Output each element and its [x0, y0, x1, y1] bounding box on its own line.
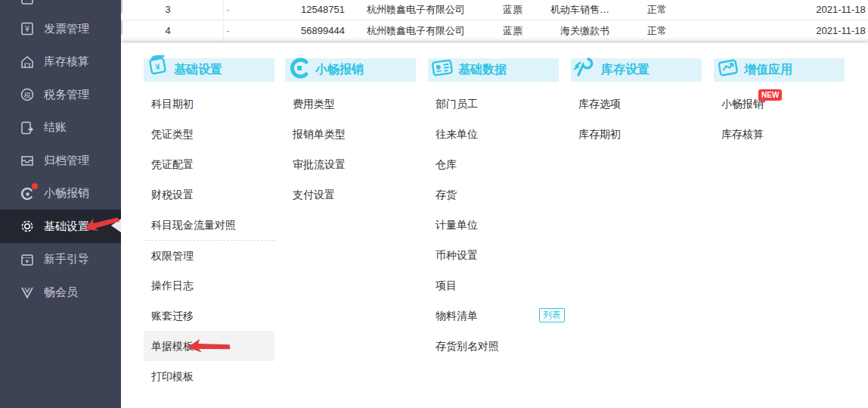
sidebar-item-label: 归档管理	[44, 154, 89, 168]
clipped-icon	[20, 0, 35, 6]
cell-category: 机动车销售…	[544, 0, 609, 20]
notification-dot	[32, 183, 38, 189]
sidebar-item-beginner-guide[interactable]: 新手引导	[0, 243, 121, 276]
sidebar-item-label: 新手引导	[44, 252, 89, 266]
row-checkbox[interactable]	[121, 0, 122, 14]
closing-icon	[20, 120, 35, 135]
menu-column-title: 增值应用	[744, 62, 792, 78]
menu-item-bom[interactable]: 物料清单 列表	[428, 301, 559, 331]
new-badge: NEW	[758, 89, 782, 101]
app-window: ¥ 发票管理 库存核算 税 税务管理 结账 归档管理	[0, 0, 868, 408]
menu-item-list: 费用类型 报销单类型 审批流设置 支付设置	[285, 89, 416, 210]
sidebar-item-closing[interactable]: 结账	[0, 111, 121, 145]
menu-column-header: 增值应用	[714, 58, 845, 82]
cell-ticket-type: 蓝票	[498, 21, 528, 41]
reimburse-icon	[20, 186, 35, 201]
row-checkbox[interactable]	[121, 20, 122, 35]
menu-item-list: 部门员工 往来单位 仓库 存货 计量单位 币种设置 项目 物料清单 列表 存货别…	[428, 89, 559, 361]
sidebar-item-label: 库存核算	[44, 55, 89, 69]
archive-icon	[20, 153, 35, 168]
menu-item-reimburse-form-type[interactable]: 报销单类型	[285, 119, 416, 149]
menu-item-list: 科目期初 凭证类型 凭证配置 财税设置 科目现金流量对照 权限管理 操作日志 账…	[144, 89, 274, 391]
sidebar-item-xiaochang-reimburse[interactable]: 小畅报销	[0, 177, 121, 210]
menu-item-goods-alias-mapping[interactable]: 存货别名对照	[428, 331, 559, 361]
menu-item-permission-mgmt[interactable]: 权限管理	[144, 240, 274, 270]
table-row[interactable]: 4 - 56899444 杭州赣鑫电子有限公司 蓝票 海关缴款书 正常 2021…	[121, 21, 868, 42]
sidebar-item-label: 畅会员	[44, 285, 78, 300]
invoice-icon: ¥	[20, 21, 35, 36]
cell-status: 正常	[644, 0, 670, 20]
menu-item-inventory-accounting-app[interactable]: 库存核算	[714, 119, 845, 149]
invoice-table: 3 - 12548751 杭州赣鑫电子有限公司 蓝票 机动车销售… 正常 202…	[121, 0, 868, 43]
cell-date: 2021-11-18	[811, 21, 868, 41]
menu-item-inventory-goods[interactable]: 存货	[428, 179, 559, 210]
c-logo-icon	[287, 55, 312, 81]
sidebar-item-label: 小畅报销	[44, 186, 89, 201]
cell-dash: -	[226, 0, 234, 20]
sidebar-item-label: 基础设置	[44, 220, 89, 234]
menu-column-title: 库存设置	[601, 62, 649, 78]
menu-item-account-migration[interactable]: 账套迁移	[144, 301, 274, 331]
menu-item-approval-flow[interactable]: 审批流设置	[285, 149, 416, 179]
menu-item-project[interactable]: 项目	[428, 270, 559, 301]
id-card-icon	[429, 55, 455, 81]
menu-item-xiaochang-reimburse-app[interactable]: 小畅报销 NEW	[714, 89, 845, 119]
sidebar-item-label: 税务管理	[44, 88, 89, 102]
menu-item-inventory-opening[interactable]: 库存期初	[571, 119, 702, 149]
cell-status: 正常	[644, 21, 670, 41]
menu-item-operation-log[interactable]: 操作日志	[144, 270, 274, 301]
cell-date: 2021-11-18	[811, 0, 868, 20]
menu-item-business-partners[interactable]: 往来单位	[428, 119, 559, 149]
settings-mega-menu: ¥ 基础设置 科目期初 凭证类型 凭证配置 财税设置 科目现金流量对照 权限管理…	[121, 43, 868, 408]
tax-icon: 税	[20, 87, 35, 102]
menu-item-warehouse[interactable]: 仓库	[428, 149, 559, 179]
gear-icon	[20, 219, 35, 234]
sidebar-item-basic-settings[interactable]: 基础设置	[0, 210, 121, 243]
menu-item-label: 小畅报销	[721, 98, 764, 110]
cell-category: 海关缴款书	[544, 21, 609, 41]
menu-item-cashflow-mapping[interactable]: 科目现金流量对照	[144, 210, 274, 240]
list-badge[interactable]: 列表	[539, 308, 565, 322]
menu-item-payment-settings[interactable]: 支付设置	[285, 179, 416, 210]
menu-item-print-template[interactable]: 打印模板	[144, 361, 274, 391]
menu-item-subject-opening[interactable]: 科目期初	[144, 89, 274, 119]
cell-company: 杭州赣鑫电子有限公司	[364, 21, 467, 41]
menu-item-list: 小畅报销 NEW 库存核算	[714, 89, 845, 149]
sidebar-item-archive-mgmt[interactable]: 归档管理	[0, 144, 121, 177]
menu-item-expense-type[interactable]: 费用类型	[285, 89, 416, 119]
sidebar-item-inventory-accounting[interactable]: 库存核算	[0, 45, 121, 79]
menu-item-label: 物料清单	[436, 310, 478, 322]
menu-column-title: 基础数据	[458, 62, 507, 78]
menu-column-title: 小畅报销	[315, 62, 364, 78]
sidebar-item-label: 结账	[44, 120, 67, 135]
ledger-stack-icon: ¥	[145, 55, 171, 81]
menu-item-unit-of-measure[interactable]: 计量单位	[428, 210, 559, 240]
row-index: 3	[157, 0, 179, 20]
menu-column-header: ¥ 基础设置	[144, 58, 274, 82]
sidebar-item-tax-mgmt[interactable]: 税 税务管理	[0, 78, 121, 111]
wrench-icon	[572, 55, 598, 81]
menu-item-currency-settings[interactable]: 币种设置	[428, 240, 559, 270]
sidebar-item-label: 发票管理	[44, 22, 89, 36]
row-index: 4	[157, 21, 179, 41]
sidebar-item-chang-member[interactable]: 畅会员	[0, 276, 121, 309]
menu-column-header: 小畅报销	[285, 58, 416, 82]
menu-item-department-staff[interactable]: 部门员工	[428, 89, 559, 119]
cell-dash: -	[226, 21, 234, 41]
sidebar-item-invoice-mgmt[interactable]: ¥ 发票管理	[0, 12, 121, 45]
menu-item-document-template[interactable]: 单据模板	[144, 331, 274, 361]
menu-item-voucher-config[interactable]: 凭证配置	[144, 149, 274, 179]
guide-icon	[20, 252, 35, 267]
cell-invoice-no: 56899444	[289, 21, 357, 41]
menu-item-list: 库存选项 库存期初	[571, 89, 702, 149]
svg-text:税: 税	[24, 92, 31, 99]
menu-item-inventory-options[interactable]: 库存选项	[571, 89, 702, 119]
warehouse-icon	[20, 55, 35, 70]
menu-item-fiscal-settings[interactable]: 财税设置	[144, 179, 274, 210]
menu-item-voucher-type[interactable]: 凭证类型	[144, 119, 274, 149]
member-icon	[20, 285, 35, 300]
menu-column-header: 库存设置	[571, 58, 702, 82]
table-row[interactable]: 3 - 12548751 杭州赣鑫电子有限公司 蓝票 机动车销售… 正常 202…	[121, 0, 868, 20]
menu-column-header: 基础数据	[428, 58, 559, 82]
svg-text:¥: ¥	[24, 25, 29, 33]
